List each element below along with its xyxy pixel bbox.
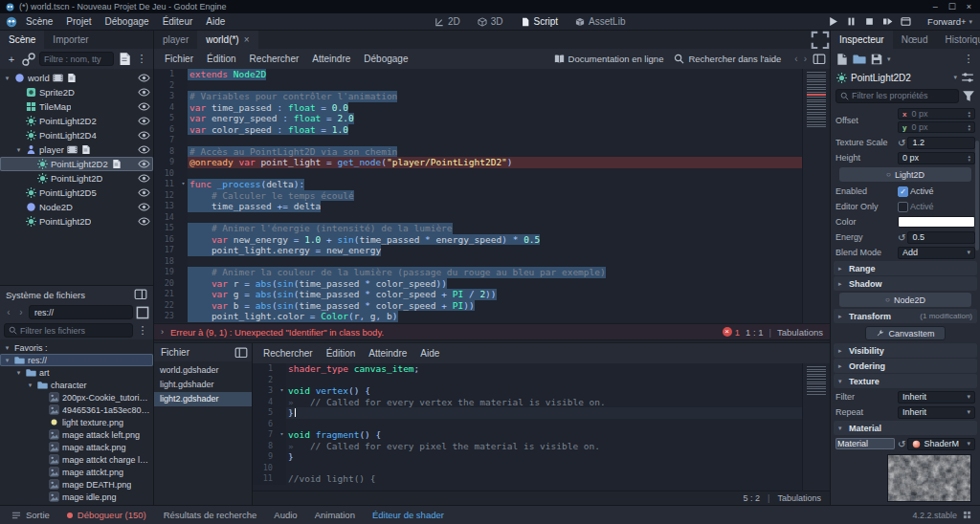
dock-tab-importer[interactable]: Importer xyxy=(44,31,97,49)
dock-layout-icon[interactable] xyxy=(134,288,147,301)
scene-node-player[interactable]: ▾player xyxy=(0,142,153,157)
renderer-select[interactable]: Forward+ ▾ xyxy=(927,16,972,27)
menu-projet[interactable]: Projet xyxy=(59,13,98,31)
fs-item-mage-idle-png[interactable]: mage idle.png xyxy=(0,491,153,503)
fs-item-art[interactable]: ▾art xyxy=(0,366,153,379)
group-visibility[interactable]: ▸Visibility xyxy=(834,343,977,358)
load-resource-icon[interactable] xyxy=(853,53,866,66)
shader-line-11[interactable]: 11//void light() { xyxy=(253,473,830,485)
menu-atteindre[interactable]: Atteindre xyxy=(305,51,357,68)
dock-tab-sce-ne[interactable]: Scène xyxy=(0,31,44,49)
canvasitem-button[interactable]: CanvasItem xyxy=(865,326,945,340)
shader-code-editor[interactable]: 1shader_type canvas_item;23▾void vertex(… xyxy=(253,363,830,491)
movie-mode-button[interactable] xyxy=(901,16,912,28)
group-texture[interactable]: ▾Texture xyxy=(834,374,977,388)
play-button[interactable] xyxy=(828,16,839,28)
script-line-14[interactable]: 14 xyxy=(154,212,830,224)
fs-item-mage-death-png[interactable]: mage DEATH.png xyxy=(0,478,153,491)
shader-file-light-gdshader[interactable]: light.gdshader xyxy=(154,378,252,392)
property-label-texture-scale[interactable]: Texture Scale xyxy=(835,138,895,147)
script-error-bar[interactable]: › Erreur à (9, 1) : Unexpected "Identifi… xyxy=(154,323,830,339)
workspace-script[interactable]: Script xyxy=(513,13,567,31)
shader-line-1[interactable]: 1shader_type canvas_item; xyxy=(253,363,830,375)
shader-panel-icon[interactable] xyxy=(234,346,248,360)
group-shadow[interactable]: ▸Shadow xyxy=(834,276,977,291)
attach-script-button[interactable] xyxy=(118,53,131,66)
property-label-color[interactable]: Color xyxy=(835,217,895,227)
select-field[interactable]: Inherit▾ xyxy=(898,406,975,419)
script-line-17[interactable]: 17 point_light.energy = new_energy xyxy=(154,245,830,256)
file-filter-input[interactable]: Filtrer les fichiers xyxy=(4,323,133,338)
script-line-21[interactable]: 21 var g = abs(sin(time_passed * color_s… xyxy=(154,289,830,300)
collapse-arrow-icon[interactable]: ▾ xyxy=(14,369,23,377)
visibility-eye-icon[interactable] xyxy=(138,88,150,97)
scene-filter-input[interactable]: Filtre : nom, tty xyxy=(39,52,114,66)
script-tab-player[interactable]: player xyxy=(154,31,197,49)
script-line-19[interactable]: 19 # Animer la couleur de la lumière (pa… xyxy=(154,267,830,278)
indent-mode[interactable]: Tabulations xyxy=(777,493,821,503)
menu-de-bogage[interactable]: Débogage xyxy=(357,51,414,68)
vector-field-y[interactable]: y0 px▴▾ xyxy=(898,121,975,133)
shader-line-9[interactable]: 9} xyxy=(253,451,830,463)
scene-node-pointlight2d5[interactable]: PointLight2D5 xyxy=(0,186,153,200)
script-code-editor[interactable]: 1extends Node2D23# Variables pour contrô… xyxy=(154,69,830,323)
value-field[interactable]: 1.2 xyxy=(907,137,975,149)
maximize-button[interactable]: ☐ xyxy=(948,2,956,11)
play-scene-button[interactable] xyxy=(882,16,894,28)
menu-rechercher[interactable]: Rechercher xyxy=(256,345,320,362)
visibility-eye-icon[interactable] xyxy=(138,174,150,183)
bottom-panel-re-sultats-de-recherche[interactable]: Résultats de recherche xyxy=(155,506,266,524)
script-line-6[interactable]: 6var color_speed : float = 1.0 xyxy=(154,124,830,136)
scene-node-sprite2d[interactable]: Sprite2D xyxy=(0,85,153,99)
property-label-filter[interactable]: Filter xyxy=(835,392,895,402)
minimize-button[interactable]: – xyxy=(933,2,938,11)
scene-node-pointlight2d2[interactable]: PointLight2D2 xyxy=(0,114,153,128)
revert-icon[interactable]: ↺ xyxy=(898,232,905,243)
fold-arrow-icon[interactable]: ▾ xyxy=(179,179,188,190)
menu-e-dition[interactable]: Édition xyxy=(200,51,243,68)
chevron-down-icon[interactable]: ▾ xyxy=(953,74,957,81)
script-icon[interactable] xyxy=(66,73,77,83)
visibility-eye-icon[interactable] xyxy=(138,217,150,226)
menu-e-diteur[interactable]: Éditeur xyxy=(156,13,200,31)
menu-fichier[interactable]: Fichier xyxy=(154,344,196,361)
visibility-eye-icon[interactable] xyxy=(138,117,150,125)
script-icon[interactable] xyxy=(80,144,91,155)
new-resource-icon[interactable] xyxy=(835,53,849,66)
revert-icon[interactable]: ↺ xyxy=(898,439,905,449)
shader-line-7[interactable]: 7▾void fragment() { xyxy=(253,429,830,441)
visibility-eye-icon[interactable] xyxy=(138,188,150,197)
scene-node-node2d[interactable]: Node2D xyxy=(0,200,153,214)
spinner-arrows-icon[interactable]: ▴▾ xyxy=(968,154,970,162)
group-material[interactable]: ▾Material xyxy=(834,421,977,435)
save-resource-icon[interactable] xyxy=(870,53,883,66)
script-line-12[interactable]: 12 # Calculer le temps écoulé xyxy=(154,190,830,202)
property-filter-input[interactable]: Filtrer les propriétés xyxy=(835,89,959,103)
bottom-panel-sortie[interactable]: Sortie xyxy=(3,506,58,524)
stop-button[interactable] xyxy=(864,16,876,28)
script-line-18[interactable]: 18 xyxy=(154,256,830,268)
noise-texture-preview[interactable] xyxy=(887,454,971,502)
scene-node-world[interactable]: ▾world xyxy=(0,71,153,85)
fs-item-200px-cookie-tutorial-t[interactable]: 200px-Cookie_tutorial_t... xyxy=(0,391,153,404)
property-label-editor-only[interactable]: Editor Only xyxy=(835,202,895,211)
fs-item-mage-attack-png[interactable]: mage attack.png xyxy=(0,441,153,453)
scene-node-pointlight2d[interactable]: PointLight2D xyxy=(0,214,153,229)
fold-arrow-icon[interactable]: ▾ xyxy=(278,385,286,397)
nav-back-icon[interactable]: ‹ xyxy=(4,307,13,317)
bottom-panel-audio[interactable]: Audio xyxy=(265,506,305,524)
script-line-10[interactable]: 10 xyxy=(154,168,830,180)
scene-node-pointlight2d4[interactable]: PointLight2D4 xyxy=(0,128,153,142)
visibility-eye-icon[interactable] xyxy=(138,102,150,111)
inspector-scrollbar[interactable] xyxy=(975,141,979,251)
fs-item-49465361-1a53ec80-f8[interactable]: 49465361-1a53ec80-f8... xyxy=(0,404,153,416)
fs-item-favoris[interactable]: ▾Favoris : xyxy=(0,341,153,354)
shader-line-8[interactable]: 8» // Called for every pixel the materia… xyxy=(253,441,830,452)
script-panel-icon[interactable] xyxy=(813,53,826,66)
visibility-eye-icon[interactable] xyxy=(138,203,150,211)
script-line-3[interactable]: 3# Variables pour contrôler l'animation xyxy=(154,91,830,102)
dock-tab-historique[interactable]: Historique xyxy=(937,31,980,49)
pause-button[interactable] xyxy=(846,16,858,28)
nav-forward-icon[interactable]: › xyxy=(16,307,26,317)
close-tab-icon[interactable]: × xyxy=(244,31,250,49)
